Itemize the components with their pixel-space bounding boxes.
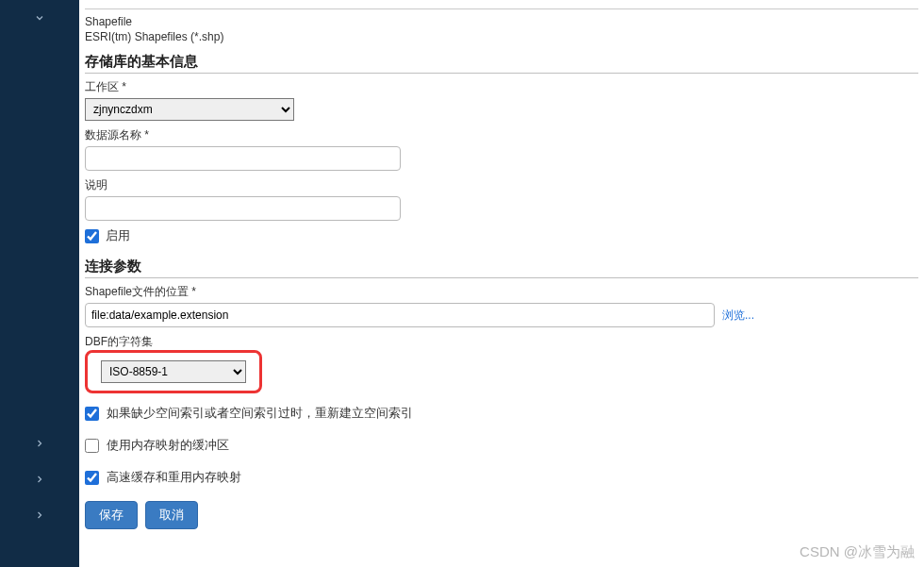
charset-label: DBF的字符集	[85, 334, 918, 350]
loc-label: Shapefile文件的位置 *	[85, 284, 918, 300]
sidebar	[0, 0, 79, 567]
sidebar-item-collapse[interactable]	[0, 0, 79, 36]
charset-select[interactable]: ISO-8859-1	[101, 360, 246, 383]
dsname-field: 数据源名称 *	[85, 127, 918, 171]
chevron-right-icon	[34, 509, 45, 521]
opt2-row: 使用内存映射的缓冲区	[85, 437, 918, 454]
section-conn-title: 连接参数	[85, 258, 918, 275]
desc-field: 说明	[85, 177, 918, 221]
enable-row: 启用	[85, 227, 918, 244]
dsname-input[interactable]	[85, 146, 401, 171]
desc-input[interactable]	[85, 196, 401, 221]
opt3-checkbox[interactable]	[85, 471, 99, 485]
cancel-button[interactable]: 取消	[145, 501, 198, 529]
charset-highlight: ISO-8859-1	[85, 350, 262, 393]
loc-input[interactable]	[85, 303, 715, 327]
workspace-field: 工作区 * zjnynczdxm	[85, 79, 918, 121]
workspace-select[interactable]: zjnynczdxm	[85, 98, 294, 121]
opt2-label: 使用内存映射的缓冲区	[107, 437, 229, 454]
opt1-checkbox[interactable]	[85, 407, 99, 421]
top-divider	[85, 4, 918, 9]
workspace-label: 工作区 *	[85, 79, 918, 95]
opt3-row: 高速缓存和重用内存映射	[85, 469, 918, 486]
sidebar-item-nav-2[interactable]	[0, 461, 79, 497]
opt2-checkbox[interactable]	[85, 439, 99, 453]
section-basic-title: 存储库的基本信息	[85, 53, 918, 71]
content-panel: Shapefile ESRI(tm) Shapefiles (*.shp) 存储…	[79, 0, 924, 567]
save-button[interactable]: 保存	[85, 501, 138, 529]
dsname-label: 数据源名称 *	[85, 127, 918, 143]
page-title: Shapefile	[85, 15, 918, 28]
button-row: 保存 取消	[85, 501, 918, 529]
opt1-label: 如果缺少空间索引或者空间索引过时，重新建立空间索引	[107, 405, 413, 422]
chevron-right-icon	[34, 438, 45, 449]
chevron-down-icon	[34, 12, 45, 24]
browse-link[interactable]: 浏览...	[722, 308, 754, 324]
opt1-row: 如果缺少空间索引或者空间索引过时，重新建立空间索引	[85, 405, 918, 422]
opt3-label: 高速缓存和重用内存映射	[107, 469, 241, 486]
enable-checkbox[interactable]	[85, 229, 99, 243]
section-divider	[85, 73, 918, 74]
sidebar-item-nav-1[interactable]	[0, 425, 79, 461]
desc-label: 说明	[85, 177, 918, 193]
page-subtitle: ESRI(tm) Shapefiles (*.shp)	[85, 30, 918, 43]
sidebar-item-nav-3[interactable]	[0, 497, 79, 533]
section-divider	[85, 277, 918, 278]
chevron-right-icon	[34, 474, 45, 485]
loc-field: Shapefile文件的位置 * 浏览...	[85, 284, 918, 327]
enable-label: 启用	[106, 227, 130, 244]
